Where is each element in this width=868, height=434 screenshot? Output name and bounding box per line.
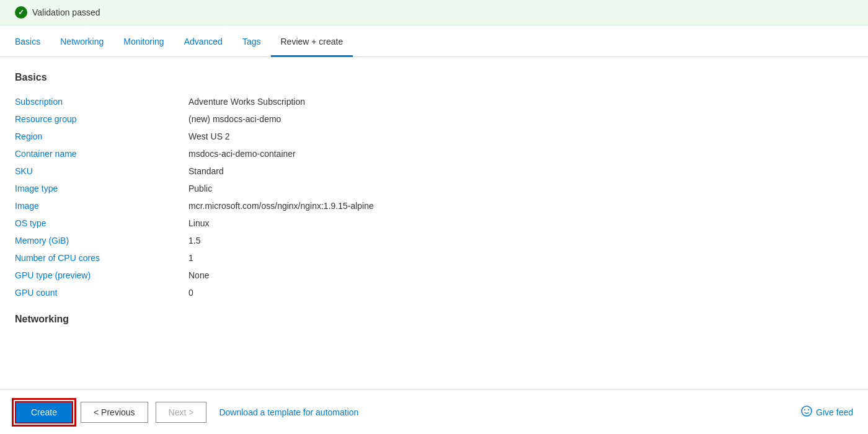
label-resource-group: Resource group <box>15 110 188 128</box>
networking-section: Networking <box>15 314 853 325</box>
tab-networking[interactable]: Networking <box>50 28 113 57</box>
footer: Create < Previous Next > Download a temp… <box>0 389 868 434</box>
basics-fields-table: Subscription Adventure Works Subscriptio… <box>15 93 853 301</box>
tab-review-create[interactable]: Review + create <box>271 28 353 57</box>
download-template-link[interactable]: Download a template for automation <box>219 407 358 417</box>
value-os-type: Linux <box>188 215 853 232</box>
feedback-button[interactable]: Give feed <box>801 405 853 419</box>
validation-text: Validation passed <box>32 7 100 17</box>
value-memory: 1.5 <box>188 232 853 249</box>
previous-button[interactable]: < Previous <box>81 402 148 423</box>
svg-point-0 <box>802 406 812 416</box>
tab-tags[interactable]: Tags <box>232 28 271 57</box>
label-region: Region <box>15 128 188 145</box>
value-image: mcr.microsoft.com/oss/nginx/nginx:1.9.15… <box>188 197 853 215</box>
label-memory: Memory (GiB) <box>15 232 188 249</box>
label-cpu-cores: Number of CPU cores <box>15 249 188 267</box>
value-region: West US 2 <box>188 128 853 145</box>
create-button[interactable]: Create <box>15 401 73 423</box>
tab-advanced[interactable]: Advanced <box>174 28 232 57</box>
validation-banner: Validation passed <box>0 0 868 25</box>
feedback-icon <box>801 405 812 419</box>
value-cpu-cores: 1 <box>188 249 853 267</box>
main-content: Basics Subscription Adventure Works Subs… <box>0 57 868 384</box>
label-sku: SKU <box>15 162 188 180</box>
feedback-label: Give feed <box>816 407 853 417</box>
value-subscription: Adventure Works Subscription <box>188 93 853 110</box>
label-image-type: Image type <box>15 180 188 197</box>
next-button: Next > <box>156 402 207 423</box>
value-gpu-count: 0 <box>188 284 853 301</box>
basics-section-title: Basics <box>15 72 853 83</box>
networking-section-title: Networking <box>15 314 853 325</box>
svg-point-1 <box>804 409 805 410</box>
label-subscription: Subscription <box>15 93 188 110</box>
label-gpu-count: GPU count <box>15 284 188 301</box>
svg-point-2 <box>808 409 809 410</box>
label-image: Image <box>15 197 188 215</box>
wizard-tabs: Basics Networking Monitoring Advanced Ta… <box>0 28 868 57</box>
tab-basics[interactable]: Basics <box>15 28 50 57</box>
value-resource-group: (new) msdocs-aci-demo <box>188 110 853 128</box>
label-gpu-type: GPU type (preview) <box>15 267 188 284</box>
tab-monitoring[interactable]: Monitoring <box>113 28 174 57</box>
value-image-type: Public <box>188 180 853 197</box>
label-os-type: OS type <box>15 215 188 232</box>
value-gpu-type: None <box>188 267 853 284</box>
label-container-name: Container name <box>15 145 188 162</box>
value-container-name: msdocs-aci-demo-container <box>188 145 853 162</box>
validation-check-icon <box>15 6 27 19</box>
value-sku: Standard <box>188 162 853 180</box>
